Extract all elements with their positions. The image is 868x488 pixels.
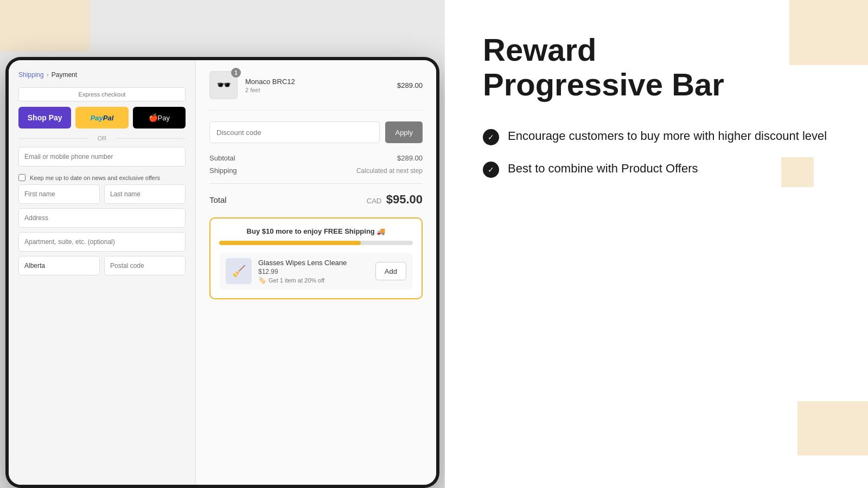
reward-bar-widget: Buy $10 more to enjoy FREE Shipping 🚚 🧹 …: [209, 217, 423, 299]
newsletter-label: Keep me up to date on news and exclusive…: [30, 175, 160, 181]
tablet-device: Shipping › Payment Express checkout Shop…: [5, 57, 439, 488]
shop-pay-button[interactable]: Shop Pay: [18, 107, 71, 129]
heading-line1: Reward: [483, 32, 597, 67]
feature-item-2: ✓ Best to combine with Product Offers: [483, 160, 830, 178]
heading-line2: Progressive Bar: [483, 67, 724, 102]
subtotal-value: $289.00: [397, 154, 423, 162]
progress-track: [219, 241, 413, 245]
left-panel: Shipping › Payment Express checkout Shop…: [0, 0, 445, 488]
recommended-product: 🧹 Glasses Wipes Lens Cleane $12.99 🏷️ Ge…: [219, 253, 413, 290]
feature-text-1: Encourage customers to buy more with hig…: [508, 128, 827, 144]
contact-form: Keep me up to date on news and exclusive…: [18, 147, 186, 275]
shipping-value: Calculated at next step: [356, 167, 423, 175]
feature-text-2: Best to combine with Product Offers: [508, 160, 698, 177]
check-icon-2: ✓: [483, 162, 499, 178]
name-row: [18, 184, 186, 204]
rec-product-discount: 🏷️ Get 1 item at 20% off: [258, 277, 369, 284]
rec-product-price: $12.99: [258, 268, 369, 275]
tag-icon: 🏷️: [258, 277, 266, 284]
shipping-label: Shipping: [209, 166, 237, 175]
right-panel: Reward Progressive Bar ✓ Encourage custo…: [445, 0, 868, 488]
features-list: ✓ Encourage customers to buy more with h…: [483, 128, 830, 178]
city-province-row: Alberta: [18, 256, 186, 275]
main-heading: Reward Progressive Bar: [483, 33, 830, 102]
newsletter-row: Keep me up to date on news and exclusive…: [18, 174, 186, 181]
province-select[interactable]: Alberta: [18, 256, 100, 275]
deco-block-top-left: [0, 0, 90, 52]
express-checkout-label: Express checkout: [18, 87, 186, 101]
product-variant: 2 feet: [245, 87, 397, 93]
breadcrumb: Shipping › Payment: [18, 71, 186, 79]
rec-product-image: 🧹: [226, 258, 252, 284]
product-image-wrap: 🕶️ 1: [209, 71, 238, 99]
paypal-button[interactable]: PayPal: [75, 107, 128, 129]
product-badge: 1: [231, 68, 241, 78]
total-currency: CAD: [367, 197, 381, 205]
total-label: Total: [209, 195, 227, 204]
breadcrumb-payment: Payment: [52, 71, 77, 79]
add-to-cart-button[interactable]: Add: [375, 262, 406, 280]
product-price: $289.00: [397, 81, 423, 89]
discount-text: Get 1 item at 20% off: [269, 277, 324, 284]
apple-icon: 🍎: [149, 113, 158, 122]
product-name: Monaco BRC12: [245, 78, 397, 86]
email-input[interactable]: [18, 147, 186, 166]
apple-pay-label: Pay: [158, 114, 170, 122]
apartment-input[interactable]: [18, 232, 186, 252]
feature-item-1: ✓ Encourage customers to buy more with h…: [483, 128, 830, 145]
apple-pay-button[interactable]: 🍎 Pay: [133, 107, 186, 129]
shipping-row: Shipping Calculated at next step: [209, 166, 423, 175]
last-name-input[interactable]: [104, 184, 186, 204]
rec-product-info: Glasses Wipes Lens Cleane $12.99 🏷️ Get …: [258, 259, 369, 284]
shop-pay-label: Shop Pay: [28, 113, 62, 122]
rec-product-name: Glasses Wipes Lens Cleane: [258, 259, 369, 267]
breadcrumb-separator: ›: [47, 71, 49, 79]
address-input[interactable]: [18, 208, 186, 228]
progress-fill: [219, 241, 361, 245]
reward-bar-title: Buy $10 more to enjoy FREE Shipping 🚚: [219, 227, 413, 235]
total-value: $95.00: [386, 192, 423, 206]
product-info: Monaco BRC12 2 feet: [245, 78, 397, 93]
total-row: Total CAD $95.00: [209, 183, 423, 207]
checkout-main: 🕶️ 1 Monaco BRC12 2 feet $289.00 Apply: [196, 60, 436, 485]
paypal-logo: PayPal: [91, 114, 114, 122]
checkout-sidebar: Shipping › Payment Express checkout Shop…: [9, 60, 196, 485]
postal-input[interactable]: [104, 256, 186, 275]
newsletter-checkbox[interactable]: [18, 174, 25, 181]
breadcrumb-shipping[interactable]: Shipping: [18, 71, 44, 79]
product-item: 🕶️ 1 Monaco BRC12 2 feet $289.00: [209, 71, 423, 111]
express-buttons: Shop Pay PayPal 🍎 Pay: [18, 107, 186, 129]
deco-block-bottom-right: [797, 401, 868, 455]
subtotal-label: Subtotal: [209, 154, 235, 162]
discount-input[interactable]: [209, 121, 380, 143]
total-amount: CAD $95.00: [367, 192, 423, 207]
subtotal-row: Subtotal $289.00: [209, 154, 423, 162]
or-divider: OR: [18, 135, 186, 142]
tablet-screen: Shipping › Payment Express checkout Shop…: [9, 60, 436, 485]
apply-button[interactable]: Apply: [385, 121, 423, 143]
check-icon-1: ✓: [483, 129, 499, 145]
discount-row: Apply: [209, 121, 423, 143]
first-name-input[interactable]: [18, 184, 100, 204]
